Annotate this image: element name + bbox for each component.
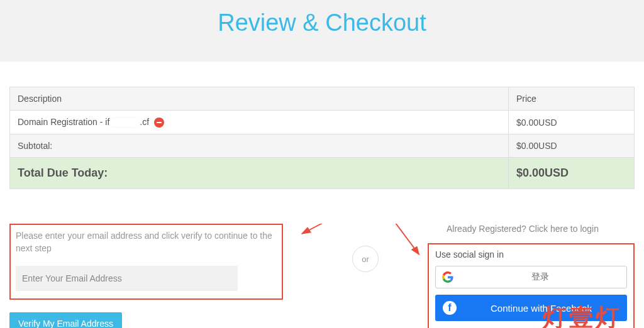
subtotal-value: $0.00USD: [509, 134, 635, 158]
social-signin-title: Use social sign in: [435, 249, 627, 260]
redacted-domain: [109, 118, 140, 127]
svg-line-2: [375, 224, 419, 254]
facebook-signin-button[interactable]: f Continue with Facebook: [435, 295, 627, 321]
column-description: Description: [10, 87, 509, 111]
or-divider: or: [352, 246, 379, 272]
item-price: $0.00USD: [509, 111, 635, 134]
column-price: Price: [509, 87, 635, 111]
total-value: $0.00USD: [509, 158, 635, 189]
order-summary-table: Description Price Domain Registration - …: [9, 87, 635, 189]
already-registered-link[interactable]: Already Registered? Click here to login: [447, 224, 635, 234]
item-label-prefix: Domain Registration - if: [18, 117, 109, 127]
email-verify-box: Please enter your email address and clic…: [9, 224, 283, 300]
google-button-label: 登录: [460, 271, 620, 283]
google-signin-button[interactable]: 登录: [435, 266, 627, 288]
subtotal-row: Subtotal: $0.00USD: [10, 134, 635, 158]
social-signin-box: Use social sign in 登录 f Continue with Fa…: [428, 243, 635, 328]
subtotal-label: Subtotal:: [10, 134, 509, 158]
email-instructions: Please enter your email address and clic…: [16, 230, 277, 254]
google-icon: [442, 271, 453, 283]
table-row: Domain Registration - if.cf $0.00USD: [10, 111, 635, 134]
email-input[interactable]: [16, 266, 238, 291]
svg-line-1: [302, 224, 375, 234]
page-title: Review & Checkout: [0, 9, 644, 36]
total-row: Total Due Today: $0.00USD: [10, 158, 635, 189]
item-label-suffix: .cf: [140, 117, 149, 127]
facebook-button-label: Continue with Facebook: [463, 303, 619, 314]
total-label: Total Due Today:: [10, 158, 509, 189]
remove-item-icon[interactable]: [154, 118, 164, 128]
verify-email-button[interactable]: Verify My Email Address: [9, 312, 122, 328]
facebook-icon: f: [443, 301, 457, 315]
